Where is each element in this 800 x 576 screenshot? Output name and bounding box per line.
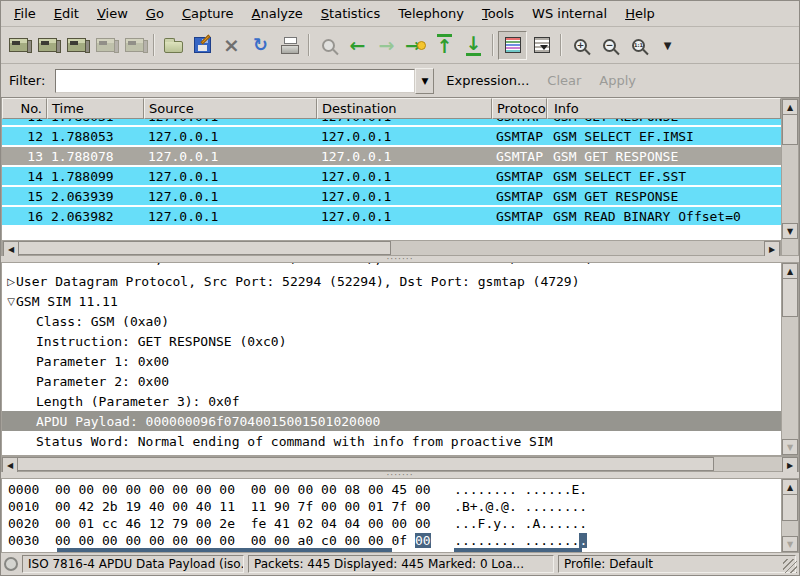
packet-row-15[interactable]: 15 2.063939 127.0.0.1 127.0.0.1 GSMTAP G… (2, 187, 781, 207)
vscroll-thumb[interactable] (782, 495, 798, 521)
resize-grip[interactable] (783, 559, 797, 573)
print-button[interactable] (275, 31, 304, 60)
menu-tools[interactable]: Tools (473, 3, 523, 24)
hex-row-0040-clipped-highlight (57, 548, 392, 552)
packet-row-13-selected[interactable]: 13 1.788078 127.0.0.1 127.0.0.1 GSMTAP G… (2, 147, 781, 167)
goto-top-button[interactable]: ↑ (430, 31, 459, 60)
menu-file[interactable]: File (5, 3, 45, 24)
packet-row-14[interactable]: 14 1.788099 127.0.0.1 127.0.0.1 GSMTAP G… (2, 167, 781, 187)
network-card-icon (9, 38, 28, 52)
goto-packet-button[interactable]: → (401, 31, 430, 60)
packet-row-16[interactable]: 16 2.063982 127.0.0.1 127.0.0.1 GSMTAP G… (2, 207, 781, 227)
colorize-button[interactable] (498, 31, 527, 60)
scroll-left-button[interactable]: ◀ (2, 457, 18, 473)
go-back-button[interactable]: ← (343, 31, 372, 60)
expander-expanded-icon[interactable]: ▽ (2, 296, 16, 307)
detail-line-class[interactable]: Class: GSM (0xa0) (2, 311, 781, 331)
packet-details-pane: Internet Protocol, Src: 127.0.0.1 (127.0… (1, 262, 799, 456)
menu-view[interactable]: View (88, 3, 137, 24)
colorize-icon (505, 37, 521, 53)
toolbar-separator (560, 34, 562, 56)
zoom-out-button[interactable]: − (595, 31, 624, 60)
packet-list-pane: No. Time Source Destination Protocol Inf… (1, 98, 799, 256)
detail-line-parameter2[interactable]: Parameter 2: 0x00 (2, 371, 781, 391)
selected-field-status: ISO 7816-4 APDU Data Payload (iso... (22, 555, 244, 573)
scroll-down-button[interactable]: ▼ (782, 223, 798, 239)
menu-analyze[interactable]: Analyze (243, 3, 312, 24)
list-interfaces-button[interactable] (4, 31, 33, 60)
detail-line-clipped[interactable]: Internet Protocol, Src: 127.0.0.1 (127.0… (2, 263, 781, 271)
zoom-out-icon: − (603, 39, 616, 52)
save-file-button[interactable] (188, 31, 217, 60)
column-header-protocol[interactable]: Protocol (492, 98, 547, 119)
goto-ball-icon (417, 41, 426, 50)
detail-line-udp[interactable]: ▷User Datagram Protocol, Src Port: 52294… (2, 271, 781, 291)
profile-status[interactable]: Profile: Default (558, 555, 796, 573)
menu-ws-internal[interactable]: WS internal (523, 3, 616, 24)
hscroll-thumb[interactable] (18, 457, 714, 471)
hex-row-0010[interactable]: 0010 00 42 2b 19 40 00 40 11 11 90 7f 00… (8, 499, 781, 516)
packet-row-11-clipped[interactable]: 11 1.788031 127.0.0.1 127.0.0.1 GSMTAP G… (2, 119, 781, 127)
filter-dropdown-button[interactable]: ▼ (415, 68, 434, 94)
detail-line-parameter1[interactable]: Parameter 1: 0x00 (2, 351, 781, 371)
hex-vscrollbar[interactable]: ▲ ▼ (781, 478, 799, 553)
hex-row-0000[interactable]: 0000 00 00 00 00 00 00 00 00 00 00 00 00… (8, 482, 781, 499)
detail-line-gsm-sim[interactable]: ▽GSM SIM 11.11 (2, 291, 781, 311)
menu-help[interactable]: Help (616, 3, 664, 24)
capture-options-button[interactable] (33, 31, 62, 60)
menu-edit[interactable]: Edit (45, 3, 88, 24)
column-header-destination[interactable]: Destination (317, 98, 492, 119)
vscroll-thumb[interactable] (782, 279, 798, 317)
more-tools-button[interactable]: ▼ (653, 31, 682, 60)
scroll-up-button[interactable]: ▲ (782, 479, 798, 495)
detail-line-length[interactable]: Length (Parameter 3): 0x0f (2, 391, 781, 411)
vscroll-thumb[interactable] (782, 115, 798, 145)
detail-line-status-word[interactable]: Status Word: Normal ending of command wi… (2, 431, 781, 451)
menu-telephony[interactable]: Telephony (389, 3, 473, 24)
top-arrow-icon: ↑ (437, 34, 453, 56)
packet-row-12[interactable]: 12 1.788053 127.0.0.1 127.0.0.1 GSMTAP G… (2, 127, 781, 147)
scroll-up-button[interactable]: ▲ (782, 99, 798, 115)
scroll-right-button[interactable]: ▶ (764, 241, 780, 256)
printer-icon (281, 41, 299, 54)
reload-file-button[interactable]: ↻ (246, 31, 275, 60)
capture-restart-button (120, 31, 149, 60)
detail-line-instruction[interactable]: Instruction: GET RESPONSE (0xc0) (2, 331, 781, 351)
capture-start-button[interactable] (62, 31, 91, 60)
close-file-button[interactable]: × (217, 31, 246, 60)
filter-input[interactable] (55, 69, 415, 93)
toolbar-separator (308, 34, 310, 56)
menu-go[interactable]: Go (137, 3, 173, 24)
scroll-down-button: ▼ (782, 439, 798, 455)
toolbar-separator (153, 34, 155, 56)
scroll-left-button[interactable]: ◀ (3, 241, 19, 256)
menu-capture[interactable]: Capture (173, 3, 243, 24)
scroll-right-button[interactable]: ▶ (782, 457, 798, 473)
goto-bottom-button[interactable]: ↓ (459, 31, 488, 60)
zoom-100-icon: 1:1 (632, 39, 645, 52)
scroll-up-button[interactable]: ▲ (782, 263, 798, 279)
details-vscrollbar[interactable]: ▲ ▼ (781, 262, 799, 456)
open-file-button[interactable] (159, 31, 188, 60)
column-header-info[interactable]: Info (547, 98, 781, 119)
expert-info-icon[interactable] (4, 557, 18, 571)
chevron-down-icon: ▼ (421, 76, 428, 86)
zoom-in-button[interactable]: + (566, 31, 595, 60)
hex-row-0020[interactable]: 0020 00 01 cc 46 12 79 00 2e fe 41 02 04… (8, 516, 781, 533)
packet-list-header: No. Time Source Destination Protocol Inf… (2, 98, 781, 119)
hscroll-thumb[interactable] (19, 241, 391, 255)
detail-line-apdu-payload-selected[interactable]: APDU Payload: 000000096f0704001500150102… (2, 411, 781, 431)
column-header-no[interactable]: No. (2, 98, 47, 119)
column-header-time[interactable]: Time (47, 98, 144, 119)
filter-label[interactable]: Filter: (5, 73, 49, 88)
zoom-100-button[interactable]: 1:1 (624, 31, 653, 60)
auto-scroll-button[interactable] (527, 31, 556, 60)
main-toolbar: × ↻ ← → → ↑ ↓ + − 1:1 ▼ (1, 27, 799, 64)
menu-statistics[interactable]: Statistics (312, 3, 389, 24)
status-bar: ISO 7816-4 APDU Data Payload (iso... Pac… (1, 553, 799, 575)
expression-button[interactable]: Expression... (440, 73, 535, 88)
column-header-source[interactable]: Source (144, 98, 317, 119)
packet-list-vscrollbar[interactable]: ▲ ▼ (781, 98, 799, 256)
expander-collapsed-icon[interactable]: ▷ (2, 276, 16, 287)
filter-entry: ▼ (55, 68, 434, 94)
